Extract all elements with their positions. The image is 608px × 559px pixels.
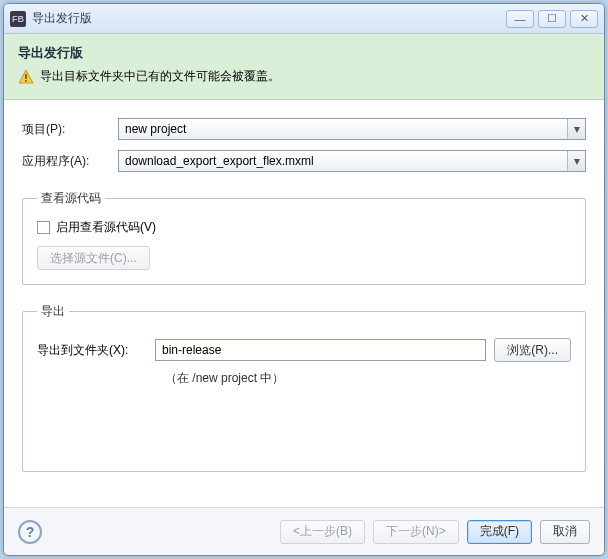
cancel-button[interactable]: 取消 (540, 520, 590, 544)
banner-message: 导出目标文件夹中已有的文件可能会被覆盖。 (40, 68, 280, 85)
export-folder-label: 导出到文件夹(X): (37, 342, 147, 359)
enable-view-source-checkbox[interactable] (37, 221, 50, 234)
browse-button[interactable]: 浏览(R)... (494, 338, 571, 362)
maximize-button[interactable]: ☐ (538, 10, 566, 28)
warning-icon (18, 69, 34, 85)
application-select-value: download_export_export_flex.mxml (125, 154, 314, 168)
dialog-window: FB 导出发行版 — ☐ ✕ 导出发行版 导出目标文件夹中已有的文件可能会被覆盖… (3, 3, 605, 556)
project-select[interactable]: new project ▾ (118, 118, 586, 140)
banner: 导出发行版 导出目标文件夹中已有的文件可能会被覆盖。 (4, 34, 604, 100)
next-button: 下一步(N)> (373, 520, 459, 544)
project-select-value: new project (125, 122, 186, 136)
app-icon: FB (10, 11, 26, 27)
application-select[interactable]: download_export_export_flex.mxml ▾ (118, 150, 586, 172)
back-button: <上一步(B) (280, 520, 365, 544)
window-title: 导出发行版 (32, 10, 506, 27)
minimize-button[interactable]: — (506, 10, 534, 28)
svg-rect-1 (25, 74, 27, 79)
choose-source-button: 选择源文件(C)... (37, 246, 150, 270)
project-label: 项目(P): (22, 121, 118, 138)
export-folder-input[interactable]: bin-release (155, 339, 486, 361)
banner-heading: 导出发行版 (18, 44, 590, 62)
export-group: 导出 导出到文件夹(X): bin-release 浏览(R)... （在 /n… (22, 303, 586, 472)
svg-rect-2 (25, 80, 27, 82)
export-legend: 导出 (37, 303, 69, 320)
chevron-down-icon: ▾ (567, 119, 585, 139)
chevron-down-icon: ▾ (567, 151, 585, 171)
view-source-legend: 查看源代码 (37, 190, 105, 207)
enable-view-source-label: 启用查看源代码(V) (56, 219, 156, 236)
view-source-group: 查看源代码 启用查看源代码(V) 选择源文件(C)... (22, 190, 586, 285)
close-button[interactable]: ✕ (570, 10, 598, 28)
titlebar[interactable]: FB 导出发行版 — ☐ ✕ (4, 4, 604, 34)
help-icon[interactable]: ? (18, 520, 42, 544)
export-path-hint: （在 /new project 中） (165, 370, 571, 387)
app-badge-text: FB (12, 14, 24, 24)
application-label: 应用程序(A): (22, 153, 118, 170)
footer: ? <上一步(B) 下一步(N)> 完成(F) 取消 (4, 507, 604, 555)
finish-button[interactable]: 完成(F) (467, 520, 532, 544)
export-folder-value: bin-release (162, 343, 221, 357)
content-area: 项目(P): new project ▾ 应用程序(A): download_e… (4, 100, 604, 482)
